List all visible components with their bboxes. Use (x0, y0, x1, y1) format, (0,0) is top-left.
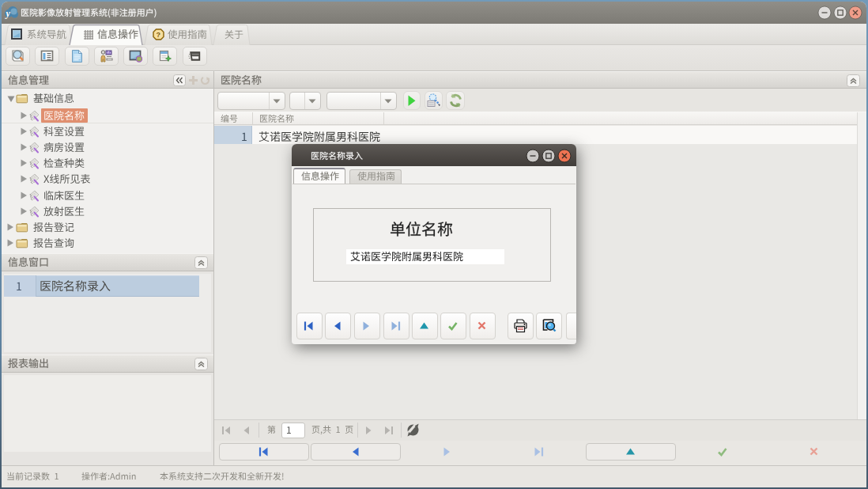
svg-text:y: y (5, 8, 11, 19)
svg-text:?: ? (157, 31, 161, 39)
